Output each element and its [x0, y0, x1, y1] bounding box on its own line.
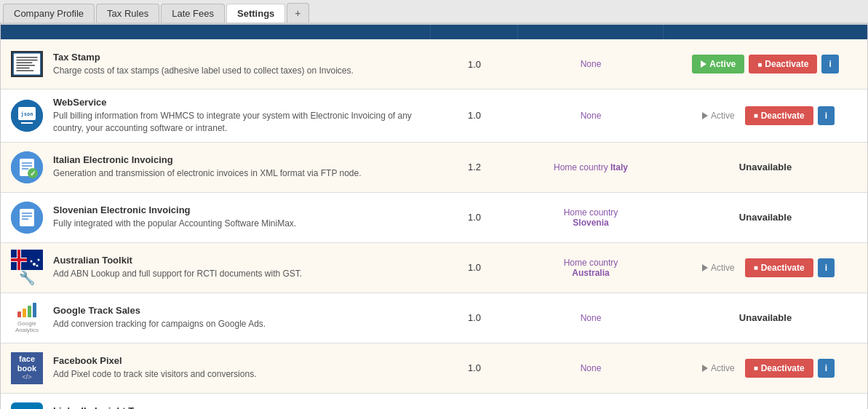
status-col: Unavailable: [664, 154, 867, 180]
requirements-col: Home countryAustralia: [518, 250, 664, 285]
version-value: 1.0: [431, 405, 518, 409]
version-value: 1.0: [431, 255, 518, 280]
deactivate-button[interactable]: ■ Deactivate: [749, 55, 817, 74]
facebook-icon: face book </>: [11, 352, 43, 384]
version-value: 1.0: [431, 305, 518, 330]
plugin-icon-wrapper: [9, 200, 44, 235]
tab-settings[interactable]: Settings: [226, 4, 285, 23]
plugin-description: Add conversion tracking for campaigns on…: [53, 318, 266, 330]
status-col: Unavailable: [664, 305, 867, 330]
svg-rect-29: [27, 250, 43, 270]
status-col: Unavailable: [664, 204, 867, 230]
plugins-list: Tax Stamp Charge costs of tax stamps (ad…: [1, 39, 867, 409]
plugin-info: Tax Stamp Charge costs of tax stamps (ad…: [1, 39, 431, 89]
unavailable-label: Unavailable: [739, 312, 792, 323]
plugin-info: face book </> Facebook Pixel Add Pixel c…: [1, 344, 431, 393]
table-row: ✓ Italian Electronic Invoicing Generatio…: [1, 143, 867, 193]
table-header: [1, 25, 867, 39]
table-row: 🔧 Australian Toolkit Add ABN Lookup and …: [1, 243, 867, 293]
plugins-header: [1, 25, 431, 39]
stop-icon: ■: [754, 364, 758, 372]
tab-[interactable]: +: [287, 3, 308, 23]
plugin-icon-wrapper: face book </>: [9, 351, 44, 386]
plugin-text: Italian Electronic Invoicing Generation …: [53, 154, 362, 180]
svg-rect-1: [14, 53, 40, 74]
table-container: Tax Stamp Charge costs of tax stamps (ad…: [0, 24, 868, 409]
table-row: in </> LinkedIn Insight Tag Add Insight …: [1, 394, 867, 409]
plugin-info: 🔧 Australian Toolkit Add ABN Lookup and …: [1, 243, 431, 293]
requirements-col: None: [518, 356, 664, 381]
svg-text:json: json: [21, 111, 33, 117]
plugin-icon-wrapper: GoogleAnalytics: [9, 301, 44, 335]
info-button[interactable]: i: [818, 258, 835, 277]
plugin-name: WebService: [53, 97, 422, 108]
australia-icon: 🔧: [11, 250, 43, 286]
svg-point-31: [38, 258, 40, 261]
status-col: Active ■ Deactivate i: [664, 47, 867, 81]
plugin-text: LinkedIn Insight Tag Add Insight Tag cod…: [53, 405, 279, 409]
svg-rect-11: [21, 122, 33, 124]
webservice-icon: json: [11, 100, 43, 132]
plugin-description: Fully integrated with the popular Accoun…: [53, 218, 296, 230]
svg-point-33: [31, 260, 33, 262]
plugin-text: Facebook Pixel Add Pixel code to track s…: [53, 355, 256, 381]
svg-point-30: [33, 263, 36, 266]
requirements-value: None: [581, 313, 602, 323]
google-icon: GoogleAnalytics: [11, 302, 43, 334]
status-col: Active ■ Deactivate i: [664, 251, 867, 285]
info-button[interactable]: i: [818, 106, 835, 125]
table-row: GoogleAnalytics Google Track Sales Add c…: [1, 293, 867, 344]
table-row: json WebService Pull billing information…: [1, 90, 867, 143]
version-value: 1.0: [431, 52, 518, 77]
plugin-icon-wrapper: in </>: [9, 401, 44, 409]
active-label: Active: [696, 106, 741, 125]
plugin-name: Australian Toolkit: [53, 255, 302, 266]
plugin-name: LinkedIn Insight Tag: [53, 405, 279, 409]
plugin-description: Generation and transmission of electroni…: [53, 167, 362, 180]
plugin-icon-wrapper: ✓: [9, 150, 44, 185]
plugin-info: GoogleAnalytics Google Track Sales Add c…: [1, 293, 431, 343]
requirements-value: Home countryAustralia: [564, 258, 618, 278]
requirements-header: [518, 25, 664, 39]
play-icon: [702, 264, 708, 271]
status-col: Active ■ Deactivate i: [664, 99, 867, 132]
svg-rect-28: [17, 250, 20, 270]
invoice-si-icon: [11, 202, 43, 234]
requirements-value: Home countrySlovenia: [564, 207, 618, 228]
tab-late-fees[interactable]: Late Fees: [161, 4, 225, 23]
requirements-col: None: [518, 103, 664, 128]
status-col: Active ■ Deactivate i: [664, 402, 867, 409]
version-value: 1.0: [431, 355, 518, 381]
version-value: 1.2: [431, 154, 518, 180]
plugin-name: Italian Electronic Invoicing: [53, 154, 362, 165]
plugin-name: Facebook Pixel: [53, 355, 256, 366]
plugin-description: Pull billing information from WHMCS to i…: [53, 110, 422, 135]
plugin-text: WebService Pull billing information from…: [53, 97, 422, 135]
deactivate-button[interactable]: ■ Deactivate: [745, 359, 813, 378]
plugin-description: Charge costs of tax stamps (adhesive lab…: [53, 65, 354, 77]
status-header: [664, 25, 867, 39]
active-button[interactable]: Active: [692, 55, 744, 74]
requirements-col: None: [518, 306, 664, 330]
plugin-icon-wrapper: [9, 47, 44, 82]
requirements-value: None: [581, 59, 602, 69]
tab-company-profile[interactable]: Company Profile: [3, 4, 95, 23]
status-col: Active ■ Deactivate i: [664, 352, 867, 385]
plugin-description: Add ABN Lookup and full support for RCTI…: [53, 268, 302, 280]
plugin-name: Tax Stamp: [53, 52, 354, 63]
tab-tax-rules[interactable]: Tax Rules: [96, 4, 159, 23]
requirements-value: Home country Italy: [554, 162, 628, 172]
stop-icon: ■: [754, 263, 758, 271]
deactivate-button[interactable]: ■ Deactivate: [745, 258, 813, 277]
plugin-text: Tax Stamp Charge costs of tax stamps (ad…: [53, 52, 354, 77]
plugin-icon-wrapper: json: [9, 98, 44, 133]
info-button[interactable]: i: [818, 359, 835, 378]
deactivate-button[interactable]: ■ Deactivate: [745, 106, 813, 125]
info-button[interactable]: i: [821, 55, 838, 74]
tabs-bar: Company ProfileTax RulesLate FeesSetting…: [0, 0, 868, 24]
requirements-value: None: [581, 111, 602, 121]
unavailable-label: Unavailable: [739, 212, 792, 223]
play-icon: [702, 365, 708, 372]
svg-rect-20: [20, 209, 34, 226]
requirements-col: None: [518, 406, 664, 409]
